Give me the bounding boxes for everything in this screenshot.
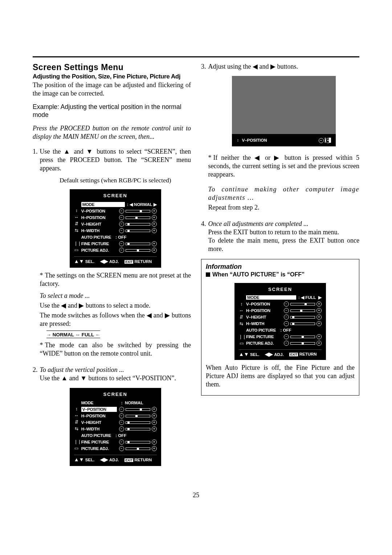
row-label: PICTURE ADJ. — [81, 248, 117, 253]
slider: −+ — [284, 321, 322, 326]
osd-title: SCREEN — [239, 287, 322, 292]
step-1: 1. Use the ▲ and ▼ buttons to select “SC… — [33, 147, 191, 360]
step-number: 3. — [201, 62, 206, 213]
row-label: H–POSITION — [246, 308, 282, 313]
slider: − + — [319, 138, 331, 143]
example-text: Example: Adjusting the vertical position… — [33, 103, 191, 119]
row-label: PICTURE ADJ. — [246, 341, 282, 345]
step-4-text-1: Press the EXIT button to return to the m… — [208, 228, 339, 236]
plus-icon: + — [152, 208, 157, 214]
information-box: Information When “AUTO PICTURE” is “OFF”… — [201, 259, 359, 396]
slider: −+ — [119, 407, 157, 412]
slider: −+ — [119, 215, 157, 220]
auto-value: : OFF — [278, 328, 322, 332]
minus-icon: − — [284, 315, 289, 320]
footer-return: EXIT RETURN — [124, 259, 152, 264]
step-1-text: Use the ▲ and ▼ buttons to select “SCREE… — [40, 148, 191, 172]
row-label: FINE PICTURE — [81, 241, 117, 247]
fine-icon: ❘❘ — [74, 439, 79, 445]
hpos-icon: ↔ — [74, 215, 79, 220]
minus-icon: − — [119, 413, 124, 418]
footer-sel: ▲▼ SEL. — [239, 351, 259, 357]
minus-icon: − — [119, 407, 124, 412]
slider: −+ — [284, 341, 322, 346]
page-number: 25 — [33, 491, 359, 499]
two-column-layout: Screen Settings Menu Adjusting the Posit… — [33, 61, 359, 470]
info-subtitle: When “AUTO PICTURE” is “OFF” — [206, 271, 355, 278]
plus-icon: + — [152, 228, 157, 233]
minus-icon: − — [119, 215, 124, 220]
row-label: H–WIDTH — [246, 321, 282, 326]
osd-row-hpos: ↔ H–POSITION −+ — [74, 214, 157, 221]
slider: −+ — [119, 208, 157, 214]
row-label: PICTURE ADJ. — [81, 446, 117, 451]
footer-return: EXIT RETURN — [289, 352, 317, 356]
hpos-icon: ↔ — [239, 308, 244, 313]
osd-row-auto: AUTO PICTURE : OFF — [74, 234, 157, 240]
row-label: V–POSITION — [246, 302, 282, 306]
osd-row-hpos: ↔ H–POSITION −+ — [239, 307, 322, 314]
minus-icon: − — [119, 446, 124, 451]
step-4-text-2: To delete the main menu, press the EXIT … — [208, 236, 360, 253]
plus-icon: + — [317, 301, 322, 307]
select-mode-line1: Use the ◀ and ▶ buttons to select a mode… — [40, 301, 191, 310]
auto-value: : OFF — [113, 433, 157, 438]
square-icon — [206, 272, 210, 277]
minus-icon: − — [119, 439, 124, 445]
plus-icon: + — [317, 341, 322, 346]
slider: −+ — [119, 439, 157, 445]
continue-text: Repeat from step 2. — [208, 203, 360, 212]
plus-icon: + — [317, 334, 322, 339]
osd-row-vpos: ↕ V–POSITION −+ — [74, 208, 157, 214]
plus-icon: + — [152, 241, 157, 246]
footer-sel: ▲▼ SEL. — [74, 457, 94, 463]
osd-row-vpos: ↕ V–POSITION −+ — [239, 301, 322, 307]
padj-icon: ▭ — [74, 247, 79, 253]
osd-screen-info: SCREEN MODE : ◀ FULL ▶ ↕ V–POSITION −+ — [234, 283, 326, 360]
osd-row-vheight: ⇵ V–HEIGHT −+ — [239, 314, 322, 320]
minus-icon: − — [119, 241, 124, 246]
osd-row-fine: ❘❘ FINE PICTURE −+ — [74, 240, 157, 247]
select-mode-heading: To select a mode ... — [40, 292, 191, 300]
slider: −+ — [284, 308, 322, 313]
row-label: AUTO PICTURE — [81, 433, 111, 438]
row-label: V–POSITION — [81, 208, 117, 214]
step-1-caption: Default settings (when RGB/PC is selecte… — [40, 176, 191, 184]
row-label: V–POSITION — [81, 407, 117, 412]
footer-return: EXIT RETURN — [124, 457, 152, 463]
left-column: Screen Settings Menu Adjusting the Posit… — [33, 61, 191, 470]
step-2-heading: To adjust the vertical position ... — [40, 366, 124, 373]
note-5sec: *If neither the ◀ or ▶ button is pressed… — [208, 154, 360, 179]
osd-row-auto: AUTO PICTURE : OFF — [239, 327, 322, 333]
plus-icon: + — [152, 407, 157, 412]
osd-title: SCREEN — [74, 193, 157, 199]
plus-icon: + — [152, 426, 157, 432]
osd-mode-row: MODE : NORMAL — [74, 400, 157, 406]
plus-icon: + — [152, 439, 157, 445]
hwidth-icon: ⇆ — [74, 228, 79, 233]
row-label: AUTO PICTURE — [81, 235, 111, 240]
slider: −+ — [119, 413, 157, 418]
minus-icon: − — [119, 426, 124, 432]
osd-row-padj: ▭ PICTURE ADJ. −+ — [74, 247, 157, 254]
plus-icon: + — [152, 248, 157, 253]
note-factory: *The settings on the SCREEN menu are not… — [40, 271, 191, 288]
osd-gray-preview — [232, 76, 336, 134]
plus-icon: + — [317, 308, 322, 313]
osd-title: SCREEN — [74, 392, 157, 398]
step-4: 4. Once all adjustments are completed ..… — [201, 220, 359, 253]
step-3-text: Adjust using the ◀ and ▶ buttons. — [208, 63, 298, 70]
info-title: Information — [206, 263, 355, 271]
minus-icon: − — [284, 334, 289, 339]
osd-footer: ▲▼ SEL. ◀▶ ADJ. EXIT RETURN — [74, 256, 157, 265]
row-label: V–HEIGHT — [81, 420, 117, 425]
osd-footer: ▲▼ SEL. ◀▶ ADJ. EXIT RETURN — [74, 455, 157, 463]
slider: −+ — [284, 301, 322, 307]
slider: −+ — [119, 446, 157, 451]
footer-adj: ◀▶ ADJ. — [100, 457, 119, 463]
select-mode-line2: The mode switches as follows when the ◀ … — [40, 311, 191, 328]
plus-icon: + — [152, 420, 157, 425]
step-2-text: Use the ▲ and ▼ buttons to select “V-POS… — [40, 374, 176, 382]
osd-row-hpos: ↔ H–POSITION −+ — [74, 413, 157, 419]
minus-icon: − — [119, 420, 124, 425]
